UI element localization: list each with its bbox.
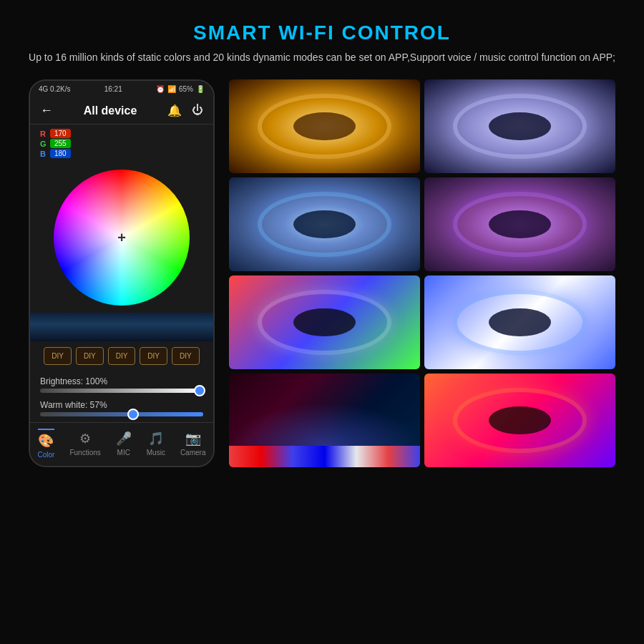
music-nav-label: Music [147, 449, 165, 457]
g-label: G [40, 140, 47, 148]
r-value: 170 [50, 129, 71, 138]
rgb-r-row: R 170 [40, 129, 203, 138]
b-label: B [40, 150, 47, 158]
strip-1 [229, 79, 420, 173]
diy-btn-1[interactable]: DIY [44, 347, 72, 365]
status-bar: 4G 0.2K/s 16:21 ⏰ 📶 65% 🔋 [30, 81, 213, 97]
diy-row: DIY DIY DIY DIY DIY [30, 341, 213, 371]
strip-2 [424, 79, 615, 173]
camera-nav-label: Camera [180, 449, 206, 457]
r-label: R [40, 130, 47, 138]
color-wheel-container[interactable]: + [30, 162, 213, 313]
app-header: ← All device 🔔 ⏻ [30, 97, 213, 125]
warmwhite-track[interactable] [40, 412, 203, 416]
rgb-g-row: G 255 [40, 139, 203, 148]
rgb-values: R 170 G 255 B 180 [30, 125, 213, 162]
mic-nav-label: MIC [117, 449, 130, 457]
g-value: 255 [50, 139, 71, 148]
bottom-nav: 🎨 Color ⚙ Functions 🎤 MIC 🎵 Music 📷 Came… [30, 422, 213, 466]
strip-6 [424, 275, 615, 369]
phone-mockup: 4G 0.2K/s 16:21 ⏰ 📶 65% 🔋 ← All device 🔔… [29, 79, 215, 467]
music-nav-icon: 🎵 [148, 431, 164, 447]
header-icons: 🔔 ⏻ [167, 104, 203, 117]
nav-camera[interactable]: 📷 Camera [180, 431, 206, 457]
functions-nav-icon: ⚙ [79, 431, 91, 447]
brightness-track[interactable] [40, 389, 203, 393]
strip-5 [229, 275, 420, 369]
page-subtitle: Up to 16 million kinds of static colors … [29, 50, 615, 65]
rgb-b-row: B 180 [40, 149, 203, 158]
brightness-thumb[interactable] [194, 385, 205, 396]
warmwhite-thumb[interactable] [127, 409, 139, 420]
signal-icon: 📶 [167, 85, 176, 93]
color-nav-icon: 🎨 [38, 433, 54, 449]
strip-8 [424, 374, 615, 467]
page-title: SMART WI-FI CONTROL [193, 21, 451, 44]
brightness-section: Brightness: 100% [40, 376, 203, 393]
diy-btn-4[interactable]: DIY [140, 347, 167, 365]
brightness-label: Brightness: 100% [40, 376, 203, 386]
b-value: 180 [50, 149, 71, 158]
camera-nav-icon: 📷 [185, 431, 201, 447]
diy-btn-5[interactable]: DIY [172, 347, 200, 365]
strips-grid [229, 79, 615, 467]
strip-3 [229, 177, 420, 271]
status-right: ⏰ 📶 65% 🔋 [156, 85, 205, 93]
warmwhite-section: Warm white: 57% [40, 400, 203, 416]
power-btn-icon[interactable]: ⏻ [192, 104, 203, 117]
sliders-area: Brightness: 100% Warm white: 57% [30, 371, 213, 422]
diy-btn-3[interactable]: DIY [108, 347, 136, 365]
mic-nav-icon: 🎤 [116, 431, 132, 447]
nav-color[interactable]: 🎨 Color [38, 429, 55, 459]
status-left: 4G 0.2K/s [39, 85, 70, 93]
battery-text: 65% [179, 85, 193, 93]
all-device-title: All device [84, 104, 137, 117]
alarm-icon: ⏰ [156, 85, 165, 93]
strip-4 [424, 177, 615, 271]
alarm-btn-icon[interactable]: 🔔 [167, 104, 182, 117]
color-wheel[interactable]: + [54, 170, 190, 306]
status-time: 16:21 [104, 85, 122, 93]
nav-music[interactable]: 🎵 Music [147, 431, 165, 457]
crosshair-icon: + [117, 230, 126, 246]
skyline-bg [30, 313, 213, 341]
strip-7 [229, 374, 420, 467]
battery-icon: 🔋 [196, 85, 205, 93]
diy-btn-2[interactable]: DIY [76, 347, 104, 365]
main-content: 4G 0.2K/s 16:21 ⏰ 📶 65% 🔋 ← All device 🔔… [29, 79, 615, 467]
functions-nav-label: Functions [69, 449, 100, 457]
nav-mic[interactable]: 🎤 MIC [116, 431, 132, 457]
back-icon[interactable]: ← [40, 103, 53, 118]
warmwhite-label: Warm white: 57% [40, 400, 203, 410]
nav-functions[interactable]: ⚙ Functions [69, 431, 100, 457]
color-nav-label: Color [38, 451, 55, 459]
